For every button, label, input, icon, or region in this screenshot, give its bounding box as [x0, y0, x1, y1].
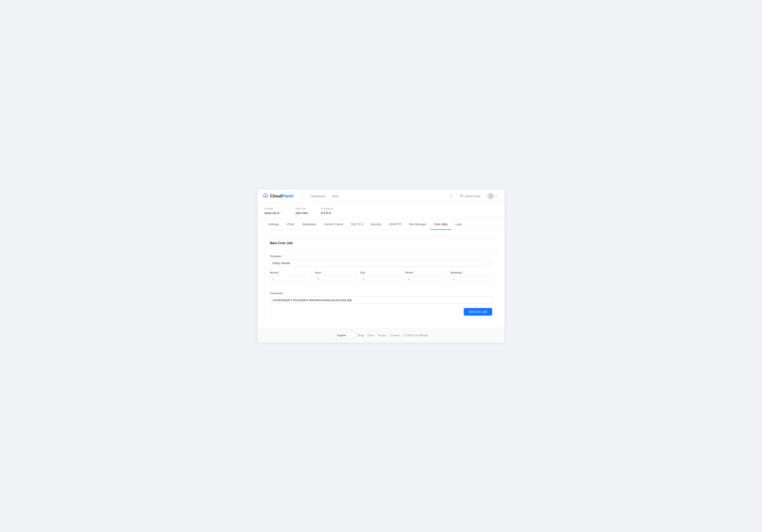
docs-link[interactable]: Docs [368, 334, 374, 337]
cloud-logo-icon [263, 193, 268, 199]
user-chevron-icon: ▾ [495, 195, 496, 198]
command-input[interactable] [270, 296, 492, 304]
copyright: © 2024 CloudPanel [404, 334, 428, 337]
weekday-group: Weekday * [450, 271, 492, 283]
tab-ssl-tls[interactable]: SSL/TLS [347, 219, 366, 230]
card-title: New Cron Job [270, 241, 293, 245]
ip-address-info: IP Address 8.8.8.8 [321, 207, 333, 215]
cron-fields-row: Minute * Hour * Day * [270, 271, 492, 287]
weekday-input[interactable] [450, 276, 492, 283]
weekday-label: Weekday * [450, 271, 492, 274]
tab-cron-jobs[interactable]: Cron Jobs [430, 219, 452, 230]
navbar: CloudPanel Dashboard Sites ☾ Adm [258, 190, 504, 203]
domain-label: Domain [265, 207, 283, 210]
ip-address-value: 8.8.8.8 [321, 211, 333, 215]
external-link-icon[interactable]: ↗ [281, 211, 283, 214]
divider-3: | [388, 334, 388, 337]
day-label: Day * [360, 271, 402, 274]
blog-link[interactable]: Blog [358, 334, 363, 337]
nav-sites[interactable]: Sites [332, 194, 339, 198]
site-user-label: Site User [296, 207, 308, 210]
contact-link[interactable]: Contact [390, 334, 400, 337]
tabs-bar: Settings Vhost Databases Varnish Cache S… [258, 219, 504, 230]
page-footer: English Deutsch Français Español Blog | … [258, 328, 504, 342]
site-info: Domain www.clp.io ↗ Site User john-doe I… [258, 203, 504, 219]
admin-area-label: Admin Area [465, 194, 480, 198]
logo-text: CloudPanel [270, 193, 293, 198]
avatar [487, 193, 494, 199]
main-content: New Cron Job Template * Every minute Eve… [258, 230, 504, 328]
hour-input[interactable] [315, 276, 356, 283]
tab-security[interactable]: Security [366, 219, 385, 230]
divider-1: | [365, 334, 366, 337]
day-input[interactable] [360, 276, 402, 283]
card-body: Template * Every minute Every 5 minutes … [265, 250, 497, 321]
domain-value: www.clp.io ↗ [265, 211, 283, 215]
template-select[interactable]: Every minute Every 5 minutes Every 10 mi… [270, 260, 492, 267]
divider-2: | [376, 334, 376, 337]
add-cron-job-button[interactable]: Add Cron Job [464, 308, 492, 316]
command-label: Command * [270, 292, 492, 295]
template-group: Template * Every minute Every 5 minutes … [270, 255, 492, 267]
site-user-info: Site User john-doe [296, 207, 308, 215]
card-header: New Cron Job [265, 237, 497, 250]
template-select-wrapper: Every minute Every 5 minutes Every 10 mi… [270, 260, 492, 267]
admin-area-button[interactable]: Admin Area [457, 192, 483, 200]
logo-area: CloudPanel [263, 190, 302, 203]
ip-address-label: IP Address [321, 207, 333, 210]
nav-right: ☾ Admin Area [448, 191, 499, 201]
svg-point-0 [460, 194, 462, 196]
month-input[interactable] [405, 276, 447, 283]
moon-icon: ☾ [450, 194, 453, 198]
template-label: Template * [270, 255, 492, 258]
language-select[interactable]: English Deutsch Français Español [334, 332, 355, 339]
tab-varnish-cache[interactable]: Varnish Cache [320, 219, 347, 230]
issues-link[interactable]: Issues [378, 334, 386, 337]
tab-vhost[interactable]: Vhost [283, 219, 298, 230]
tab-databases[interactable]: Databases [298, 219, 320, 230]
minute-input[interactable] [270, 276, 312, 283]
form-footer: Add Cron Job [270, 308, 492, 316]
site-user-value: john-doe [296, 211, 308, 215]
svg-point-2 [490, 195, 491, 196]
minute-label: Minute * [270, 271, 312, 274]
app-container: CloudPanel Dashboard Sites ☾ Adm [258, 190, 504, 342]
month-label: Month * [405, 271, 447, 274]
domain-info: Domain www.clp.io ↗ [265, 207, 283, 215]
dark-mode-button[interactable]: ☾ [448, 192, 455, 200]
svg-point-1 [462, 194, 463, 196]
language-select-wrapper: English Deutsch Français Español [334, 332, 355, 339]
footer-links: Blog | Docs | Issues | Contact | © 2024 … [358, 334, 428, 337]
nav-dashboard[interactable]: Dashboard [311, 194, 325, 198]
admin-icon [459, 194, 464, 198]
month-group: Month * [405, 271, 447, 283]
divider-4: | [402, 334, 402, 337]
new-cron-job-card: New Cron Job Template * Every minute Eve… [265, 237, 497, 321]
minute-group: Minute * [270, 271, 312, 283]
tab-file-manager[interactable]: File Manager [405, 219, 430, 230]
day-group: Day * [360, 271, 402, 283]
tab-ssh-ftp[interactable]: SSH/FTP [385, 219, 405, 230]
hour-label: Hour * [315, 271, 356, 274]
tab-settings[interactable]: Settings [265, 219, 283, 230]
user-menu-button[interactable]: ▾ [485, 191, 499, 201]
tab-logs[interactable]: Logs [451, 219, 465, 230]
nav-links: Dashboard Sites [311, 194, 448, 198]
hour-group: Hour * [315, 271, 356, 283]
command-group: Command * [270, 292, 492, 304]
